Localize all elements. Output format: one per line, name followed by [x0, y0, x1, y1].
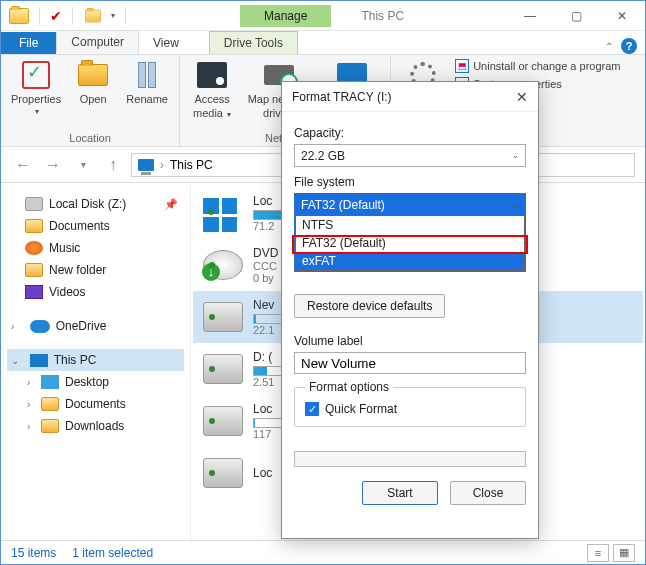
ribbon-group-location: Location — [11, 130, 169, 144]
format-dialog: Format TRACY (I:) ✕ Capacity: 22.2 GB⌄ F… — [281, 81, 539, 539]
pin-icon: 📌 — [164, 198, 178, 211]
folder-icon — [25, 263, 43, 277]
breadcrumb-thispc[interactable]: This PC — [170, 158, 213, 172]
tab-view[interactable]: View — [139, 32, 193, 54]
window-title: This PC — [361, 9, 404, 23]
chevron-right-icon[interactable]: › — [27, 421, 30, 432]
view-large-button[interactable]: ▦ — [613, 544, 635, 562]
check-icon: ✓ — [305, 402, 319, 416]
titlebar: ✔ ▾ Manage This PC — ▢ ✕ — [1, 1, 645, 31]
filesystem-label: File system — [294, 175, 526, 189]
close-button-dialog[interactable]: Close — [450, 481, 526, 505]
pc-icon — [138, 159, 154, 171]
dialog-title: Format TRACY (I:) — [292, 90, 392, 104]
maximize-button[interactable]: ▢ — [553, 1, 599, 31]
disk-icon — [25, 197, 43, 211]
collapse-ribbon-icon[interactable]: ⌃ — [605, 41, 613, 52]
help-icon[interactable]: ? — [621, 38, 637, 54]
drive-icon — [203, 354, 243, 384]
tab-computer[interactable]: Computer — [56, 30, 139, 54]
cloud-icon — [30, 320, 50, 333]
pc-icon — [30, 354, 48, 367]
minimize-button[interactable]: — — [507, 1, 553, 31]
filesystem-options: NTFS FAT32 (Default) exFAT — [295, 216, 525, 271]
chevron-down-icon: ⌄ — [512, 151, 519, 160]
tab-file[interactable]: File — [1, 32, 56, 54]
recent-dropdown[interactable]: ▾ — [71, 153, 95, 177]
documents-icon — [41, 397, 59, 411]
view-details-button[interactable]: ≡ — [587, 544, 609, 562]
drive-icon — [203, 458, 243, 488]
fs-option-ntfs[interactable]: NTFS — [296, 216, 524, 234]
status-bar: 15 items 1 item selected ≡ ▦ — [1, 540, 645, 564]
back-button[interactable]: ← — [11, 153, 35, 177]
tree-local-disk-z[interactable]: Local Disk (Z:)📌 — [7, 193, 184, 215]
tree-documents[interactable]: Documents — [7, 215, 184, 237]
tree-documents-2[interactable]: ›Documents — [7, 393, 184, 415]
tree-desktop[interactable]: ›Desktop — [7, 371, 184, 393]
ribbon-open[interactable]: Open — [71, 59, 115, 105]
status-selected: 1 item selected — [72, 546, 153, 560]
tab-drive-tools[interactable]: Drive Tools — [209, 31, 298, 54]
up-button[interactable]: ↑ — [101, 153, 125, 177]
ribbon-rename[interactable]: Rename — [125, 59, 169, 105]
format-progress — [294, 451, 526, 467]
ribbon-uninstall[interactable]: ⬒Uninstall or change a program — [455, 59, 620, 73]
explorer-icon — [9, 8, 29, 24]
format-options-group: Format options ✓ Quick Format — [294, 380, 526, 427]
chevron-down-icon[interactable]: ⌄ — [11, 355, 19, 366]
nav-tree: Local Disk (Z:)📌 Documents Music New fol… — [1, 183, 191, 543]
tree-videos[interactable]: Videos — [7, 281, 184, 303]
tree-downloads[interactable]: ›Downloads — [7, 415, 184, 437]
filesystem-select[interactable]: FAT32 (Default)⌄ NTFS FAT32 (Default) ex… — [294, 193, 526, 272]
chevron-down-icon: ⌄ — [512, 201, 519, 210]
quick-format-checkbox[interactable]: ✓ Quick Format — [305, 402, 515, 416]
chevron-right-icon[interactable]: › — [27, 377, 30, 388]
capacity-select[interactable]: 22.2 GB⌄ — [294, 144, 526, 167]
folder-icon — [25, 219, 43, 233]
forward-button[interactable]: → — [41, 153, 65, 177]
downloads-icon — [41, 419, 59, 433]
format-options-label: Format options — [305, 380, 393, 394]
tree-new-folder[interactable]: New folder — [7, 259, 184, 281]
dvd-icon — [203, 250, 243, 280]
fs-option-fat32[interactable]: FAT32 (Default) — [296, 234, 524, 252]
restore-defaults-button[interactable]: Restore device defaults — [294, 294, 445, 318]
chevron-right-icon[interactable]: › — [11, 321, 14, 332]
ribbon-tabs: File Computer View Drive Tools ⌃ ? — [1, 31, 645, 55]
tree-music[interactable]: Music — [7, 237, 184, 259]
ribbon-access-media[interactable]: Accessmedia ▾ — [190, 59, 234, 119]
drive-icon — [203, 406, 243, 436]
dialog-close-button[interactable]: ✕ — [516, 89, 528, 105]
fs-option-exfat[interactable]: exFAT — [296, 252, 524, 270]
close-button[interactable]: ✕ — [599, 1, 645, 31]
desktop-icon — [41, 375, 59, 389]
windows-icon — [203, 198, 243, 228]
videos-icon — [25, 285, 43, 299]
status-item-count: 15 items — [11, 546, 56, 560]
ribbon-properties[interactable]: Properties▾ — [11, 59, 61, 116]
music-icon — [25, 241, 43, 255]
qa-dropdown-icon[interactable]: ▾ — [111, 11, 115, 20]
contextual-tab-manage: Manage — [240, 5, 331, 27]
tree-onedrive[interactable]: › OneDrive — [7, 315, 184, 337]
qa-properties-icon[interactable]: ✔ — [50, 8, 62, 24]
uninstall-icon: ⬒ — [455, 59, 469, 73]
chevron-right-icon[interactable]: › — [27, 399, 30, 410]
volume-label-input[interactable] — [294, 352, 526, 374]
capacity-label: Capacity: — [294, 126, 526, 140]
drive-icon — [203, 302, 243, 332]
start-button[interactable]: Start — [362, 481, 438, 505]
tree-this-pc[interactable]: ⌄ This PC — [7, 349, 184, 371]
qa-folder-icon[interactable] — [85, 9, 101, 22]
volume-label-label: Volume label — [294, 334, 526, 348]
